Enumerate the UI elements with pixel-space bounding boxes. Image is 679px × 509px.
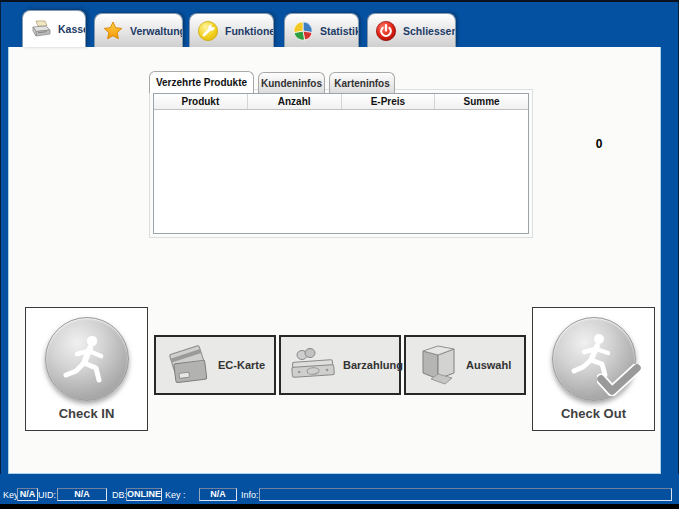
runner-icon bbox=[45, 317, 129, 401]
auswahl-label: Auswahl bbox=[466, 359, 511, 371]
barzahlung-label: Barzahlung bbox=[343, 359, 403, 371]
tab-kundeninfos[interactable]: Kundeninfos bbox=[258, 72, 325, 93]
table-body-empty bbox=[154, 110, 528, 233]
tab-schliessen[interactable]: Schliessen bbox=[367, 13, 456, 47]
check-in-label: Check IN bbox=[59, 406, 115, 421]
check-in-button[interactable]: Check IN bbox=[25, 307, 148, 431]
products-table: Produkt Anzahl E-Preis Summe bbox=[153, 93, 529, 234]
pie-chart-icon bbox=[292, 20, 314, 42]
barzahlung-button[interactable]: Barzahlung bbox=[279, 335, 401, 395]
tab-label: Funktionen bbox=[225, 25, 274, 37]
status-info-label: Info: bbox=[241, 490, 259, 500]
check-out-label: Check Out bbox=[561, 406, 626, 421]
kasse-page: Verzehrte Produkte Kundeninfos Karteninf… bbox=[8, 47, 661, 474]
status-db-label: DB: bbox=[112, 490, 127, 500]
ec-karte-label: EC-Karte bbox=[218, 359, 265, 371]
tab-verzehrte-produkte[interactable]: Verzehrte Produkte bbox=[149, 71, 254, 93]
tab-label: Kasse bbox=[58, 23, 86, 35]
tab-label: Karteninfos bbox=[334, 78, 390, 89]
status-key2-label: Key : bbox=[165, 490, 186, 500]
status-bar: Key: N/A UID: N/A DB: ONLINE Key : N/A I… bbox=[0, 474, 679, 504]
tab-label: Statistik bbox=[320, 25, 359, 37]
checkmark-icon bbox=[597, 364, 641, 400]
tab-label: Schliessen bbox=[403, 25, 456, 37]
column-header-produkt[interactable]: Produkt bbox=[154, 94, 248, 109]
status-key-value: N/A bbox=[17, 488, 38, 501]
runner-checkout-icon bbox=[552, 317, 636, 401]
selection-box-icon bbox=[414, 343, 462, 387]
tab-label: Kundeninfos bbox=[261, 78, 322, 89]
tab-funktionen[interactable]: Funktionen bbox=[189, 13, 274, 47]
tab-label: Verwaltung bbox=[130, 25, 183, 37]
ec-card-icon bbox=[164, 343, 214, 387]
status-uid-value: N/A bbox=[57, 488, 107, 501]
auswahl-button[interactable]: Auswahl bbox=[404, 335, 526, 395]
cash-icon bbox=[289, 344, 339, 386]
column-header-epreis[interactable]: E-Preis bbox=[342, 94, 436, 109]
total-counter: 0 bbox=[579, 137, 619, 151]
star-icon bbox=[102, 20, 124, 42]
status-uid-label: UID: bbox=[38, 490, 56, 500]
wrench-icon bbox=[197, 20, 219, 42]
cash-register-icon bbox=[30, 18, 52, 40]
tab-label: Verzehrte Produkte bbox=[156, 77, 247, 88]
power-icon bbox=[375, 20, 397, 42]
bottom-border bbox=[0, 504, 679, 509]
main-tab-bar: Kasse Verwaltung bbox=[0, 2, 679, 47]
app-window: Kasse Verwaltung bbox=[0, 0, 679, 509]
tab-verwaltung[interactable]: Verwaltung bbox=[94, 13, 183, 47]
column-header-summe[interactable]: Summe bbox=[435, 94, 528, 109]
table-header-row: Produkt Anzahl E-Preis Summe bbox=[154, 94, 528, 110]
ec-karte-button[interactable]: EC-Karte bbox=[154, 335, 276, 395]
tab-statistik[interactable]: Statistik bbox=[284, 13, 359, 47]
column-header-anzahl[interactable]: Anzahl bbox=[248, 94, 342, 109]
check-out-button[interactable]: Check Out bbox=[532, 307, 655, 431]
tab-kasse[interactable]: Kasse bbox=[22, 10, 86, 47]
status-key2-value: N/A bbox=[199, 488, 237, 501]
tab-karteninfos[interactable]: Karteninfos bbox=[329, 72, 395, 93]
status-info-value bbox=[259, 488, 672, 501]
status-db-value: ONLINE bbox=[126, 488, 162, 501]
